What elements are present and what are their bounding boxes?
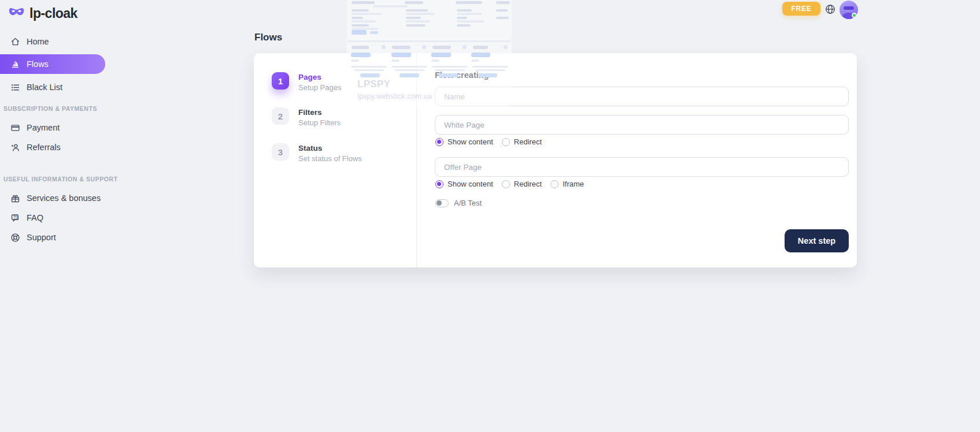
sidebar-item-referrals[interactable]: Referrals [0,140,105,154]
ghost-placeholder-bar [406,13,435,15]
sidebar-item-flows[interactable]: Flows [0,54,105,74]
ghost-placeholder-bar [457,9,472,12]
toggle-track[interactable] [435,199,449,207]
radio-unselected-icon[interactable] [502,138,510,146]
white-page-mode-option-show-content[interactable]: Show content [435,137,493,146]
payment-icon [10,122,20,133]
ghost-placeholder-bar [406,9,428,12]
step-title: Status [298,143,362,152]
ab-test-label: A/B Test [454,199,482,207]
step-subtitle: Setup Pages [298,83,341,92]
offer-page-input[interactable] [435,157,849,177]
flow-creating-card: 1PagesSetup Pages2FiltersSetup Filters3S… [254,53,857,267]
ghost-placeholder-bar [406,24,426,27]
ghost-placeholder-bar [352,24,369,27]
step-subtitle: Set status of Flows [298,154,362,163]
white-page-mode-radios: Show contentRedirect [435,137,542,146]
ghost-placeholder-bar [457,17,467,19]
ghost-placeholder-bar [422,45,426,49]
app-root: lp-cloak HomeFlowsBlack ListSUBSCRIPTION… [0,0,980,432]
toggle-knob [437,200,442,206]
ghost-placeholder-bar [406,20,430,23]
white-page-input[interactable] [435,115,849,135]
ghost-placeholder-bar [456,1,482,4]
app-name: lp-cloak [29,6,77,21]
flows-icon [10,59,20,69]
avatar-mask [844,6,854,10]
step-number-badge: 1 [272,72,289,90]
ab-test-toggle[interactable]: A/B Test [435,199,482,207]
offer-page-mode-option-show-content[interactable]: Show content [435,180,493,188]
ghost-placeholder-bar [457,13,482,15]
step-subtitle: Setup Filters [298,118,341,127]
next-step-button[interactable]: Next step [785,229,849,252]
radio-label: Redirect [514,137,542,146]
support-icon [10,232,20,243]
gift-icon [10,193,20,203]
sidebar-item-label: Home [27,37,49,46]
offer-page-mode-option-iframe[interactable]: Iframe [550,180,584,188]
sidebar-item-home[interactable]: Home [0,35,105,49]
sidebar-item-label: Flows [27,59,49,69]
sidebar-nav: HomeFlowsBlack ListSUBSCRIPTION & PAYMEN… [0,35,105,244]
white-page-mode-option-redirect[interactable]: Redirect [502,137,542,146]
ghost-placeholder-bar [352,17,363,19]
stepper-step-pages[interactable]: 1PagesSetup Pages [272,72,341,92]
radio-unselected-icon[interactable] [502,180,510,188]
sidebar-section-label: SUBSCRIPTION & PAYMENTS [0,105,105,112]
ghost-placeholder-bar [463,45,467,49]
radio-selected-icon[interactable] [435,138,443,146]
sidebar-item-support[interactable]: Support [0,230,105,244]
sidebar-item-services-bonuses[interactable]: Services & bonuses [0,191,105,205]
ghost-placeholder-bar [392,46,411,49]
ghost-placeholder-bar [457,24,471,27]
ghost-placeholder-bar [473,46,488,49]
ghost-placeholder-bar [373,5,408,8]
stepper-step-filters[interactable]: 2FiltersSetup Filters [272,107,341,127]
ghost-placeholder-bar [352,28,378,30]
step-number-badge: 2 [272,107,289,125]
radio-label: Iframe [563,180,584,188]
faq-icon: ?! [10,213,20,223]
stepper-step-status[interactable]: 3StatusSet status of Flows [272,143,362,163]
name-input[interactable] [435,87,849,106]
sidebar-item-label: Payment [27,123,60,132]
ghost-placeholder-bar [352,1,375,4]
plan-badge[interactable]: FREE [782,2,820,16]
ghost-placeholder-bar [382,45,386,49]
sidebar-item-faq[interactable]: ?!FAQ [0,211,105,225]
ghost-placeholder-bar [496,1,510,4]
ghost-placeholder-bar [432,46,451,49]
radio-label: Show content [448,180,493,188]
home-icon [10,36,20,47]
ghost-placeholder-bar [457,20,485,23]
sidebar-item-label: Support [27,233,56,242]
sidebar: lp-cloak HomeFlowsBlack ListSUBSCRIPTION… [0,0,105,432]
mask-logo-icon [8,5,25,21]
ghost-placeholder-bar [352,13,382,15]
ghost-placeholder-bar [352,30,367,35]
sidebar-item-payment[interactable]: Payment [0,121,105,135]
ghost-placeholder-bar [352,46,369,49]
radio-label: Show content [448,137,493,146]
step-number-badge: 3 [272,143,289,161]
radio-unselected-icon[interactable] [550,180,559,188]
sidebar-item-black-list[interactable]: Black List [0,80,105,94]
step-title: Filters [298,107,341,117]
globe-icon[interactable] [825,4,835,14]
sidebar-item-label: Services & bonuses [27,193,101,203]
ghost-placeholder-bar [504,45,508,49]
offer-page-mode-radios: Show contentRedirectIframe [435,180,584,188]
radio-selected-icon[interactable] [435,180,443,188]
blacklist-icon [10,82,20,92]
radio-label: Redirect [514,180,542,188]
ghost-placeholder-bar [496,9,508,12]
offer-page-mode-option-redirect[interactable]: Redirect [502,180,542,188]
ghost-placeholder-bar [352,9,369,12]
sidebar-section-label: USEFUL INFORMATION & SUPPORT [0,176,105,183]
app-logo[interactable]: lp-cloak [0,0,105,22]
svg-text:?!: ?! [13,215,17,219]
sidebar-item-label: Referrals [27,143,61,152]
ghost-placeholder-bar [347,40,511,42]
sidebar-item-label: FAQ [27,213,43,222]
